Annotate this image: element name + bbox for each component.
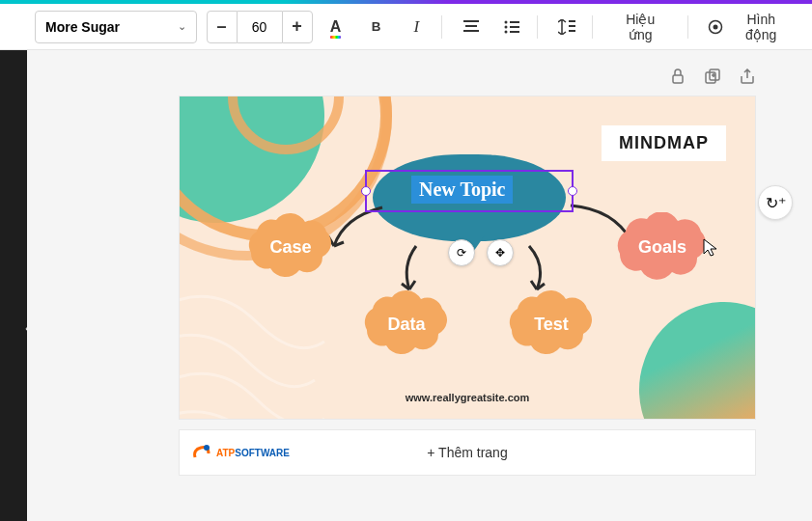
svg-rect-5 — [673, 75, 683, 83]
slide-title[interactable]: MINDMAP — [602, 125, 726, 161]
list-button[interactable] — [494, 11, 529, 43]
animate-icon — [708, 19, 723, 35]
svg-point-4 — [714, 24, 718, 29]
animate-label: Hình động — [729, 12, 793, 42]
font-family-select[interactable]: More Sugar ⌄ — [35, 11, 197, 43]
font-size-input[interactable] — [238, 11, 282, 43]
svg-point-8 — [204, 445, 210, 451]
effects-button[interactable]: Hiệu ứng — [601, 11, 680, 43]
workspace: ‹ MINDMAP — [0, 50, 812, 521]
mindmap-node-case[interactable]: Case — [238, 212, 344, 282]
canvas-area[interactable]: MINDMAP Case Data Test Goals — [27, 50, 812, 521]
alignment-button[interactable] — [454, 11, 489, 43]
font-size-stepper: – + — [207, 11, 313, 43]
brand-logo: ATPSOFTWARE — [191, 442, 290, 463]
svg-point-1 — [505, 25, 508, 28]
element-floating-controls: ⟳ ✥ — [448, 239, 514, 266]
page-actions — [669, 68, 756, 85]
text-color-button[interactable]: A — [319, 11, 353, 43]
resize-handle-right[interactable] — [568, 186, 577, 196]
move-handle[interactable]: ✥ — [487, 239, 514, 266]
increase-size-button[interactable]: + — [282, 11, 313, 43]
decrease-size-button[interactable]: – — [207, 11, 238, 43]
lock-icon[interactable] — [669, 68, 686, 85]
node-label: Test — [534, 315, 569, 335]
text-color-icon: A — [330, 18, 342, 36]
spacing-button[interactable] — [549, 11, 584, 43]
mindmap-node-goals[interactable]: Goals — [604, 212, 720, 282]
font-family-label: More Sugar — [45, 19, 120, 35]
list-icon — [504, 20, 519, 34]
side-panel-collapsed: ‹ — [0, 50, 27, 521]
resize-handle-left[interactable] — [361, 186, 371, 196]
svg-point-0 — [505, 20, 508, 23]
spacing-icon — [558, 19, 575, 35]
text-toolbar: More Sugar ⌄ – + A B I Hiệu ứng Hình độn… — [0, 4, 812, 50]
chevron-down-icon: ⌄ — [178, 20, 186, 33]
mindmap-node-test[interactable]: Test — [498, 289, 604, 359]
node-label: Goals — [638, 237, 686, 258]
svg-point-2 — [505, 30, 508, 33]
bold-button[interactable]: B — [359, 11, 394, 43]
add-page-button[interactable]: ATPSOFTWARE + Thêm trang — [180, 430, 755, 475]
align-icon — [463, 20, 479, 34]
slide-footer-url: www.reallygreatsite.com — [180, 392, 755, 403]
divider — [441, 15, 442, 39]
selected-text[interactable]: New Topic — [411, 176, 513, 204]
rotate-handle[interactable]: ⟳ — [448, 239, 475, 266]
node-label: Data — [387, 315, 425, 335]
node-label: Case — [269, 237, 311, 258]
share-page-icon[interactable] — [739, 68, 756, 85]
add-page-label: + Thêm trang — [427, 445, 507, 460]
divider — [537, 15, 538, 39]
animate-button[interactable]: Hình động — [696, 11, 804, 43]
logo-icon — [191, 442, 212, 463]
duplicate-page-icon[interactable] — [704, 68, 721, 85]
regenerate-button[interactable]: ↻⁺ — [758, 185, 793, 220]
divider — [592, 15, 593, 39]
mindmap-node-data[interactable]: Data — [353, 289, 460, 359]
divider — [687, 15, 688, 39]
italic-button[interactable]: I — [399, 11, 434, 43]
